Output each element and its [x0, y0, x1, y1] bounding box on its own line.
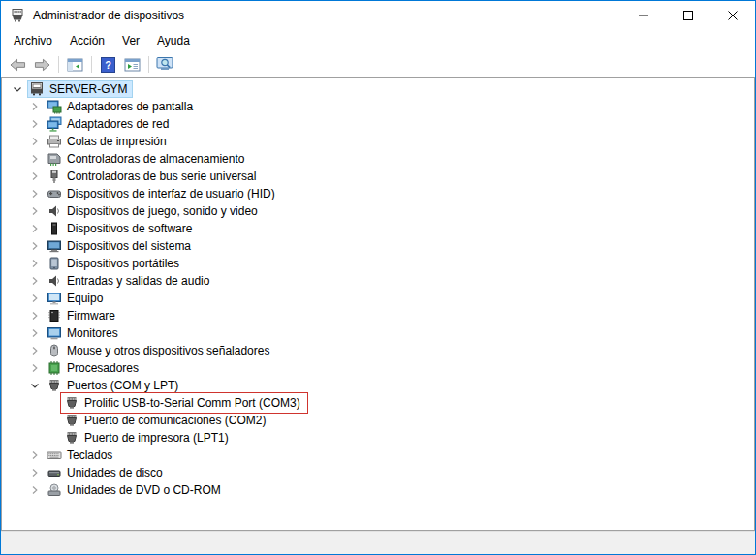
back-button[interactable]	[6, 54, 30, 76]
window-title: Administrador de dispositivos	[33, 9, 184, 22]
system-device-icon	[47, 238, 62, 254]
tree-item[interactable]: Dispositivos de juego, sonido y video	[2, 202, 754, 220]
tree-item-content[interactable]: Adaptadores de pantalla	[45, 98, 199, 115]
menu-item-archivo[interactable]: Archivo	[5, 31, 61, 50]
chevron-collapsed-icon	[27, 134, 43, 149]
tree-item-content[interactable]: Monitores	[45, 324, 124, 342]
minimize-button[interactable]	[621, 1, 666, 30]
tree-item-content[interactable]: Firmware	[45, 307, 121, 324]
show-hide-console-tree-button[interactable]	[63, 54, 87, 76]
chevron-collapsed-icon[interactable]	[27, 186, 43, 201]
chevron-collapsed-icon[interactable]	[27, 343, 43, 358]
tree-item-content[interactable]: Dispositivos de software	[45, 220, 198, 237]
tree-item[interactable]: Adaptadores de red	[2, 115, 754, 133]
tree-item[interactable]: Dispositivos de interfaz de usuario (HID…	[2, 185, 754, 202]
tree-item[interactable]: Puerto de impresora (LPT1)	[2, 429, 754, 447]
help-button[interactable]: ?	[96, 54, 120, 76]
tree-item-content[interactable]: Puerto de impresora (LPT1)	[62, 429, 235, 447]
chevron-collapsed-icon	[27, 186, 43, 201]
annotation-red-box[interactable]: Prolific USB-to-Serial Comm Port (COM3)	[62, 394, 306, 412]
menu-item-ver[interactable]: Ver	[113, 31, 148, 50]
chevron-collapsed-icon[interactable]	[27, 465, 43, 480]
chevron-collapsed-icon[interactable]	[27, 308, 43, 324]
chevron-collapsed-icon[interactable]	[27, 134, 43, 149]
tree-item[interactable]: Dispositivos portátiles	[2, 255, 754, 272]
chevron-collapsed-icon[interactable]	[27, 99, 43, 114]
menu-item-accion[interactable]: Acción	[61, 31, 113, 50]
tree-item[interactable]: Unidades de disco	[2, 464, 754, 481]
chevron-expanded-icon[interactable]	[10, 81, 25, 97]
chevron-collapsed-icon[interactable]	[27, 325, 43, 341]
tree-item-content[interactable]: Dispositivos portátiles	[45, 255, 185, 272]
tree-item[interactable]: Entradas y salidas de audio	[2, 272, 754, 290]
tree-item[interactable]: Equipo	[2, 290, 754, 307]
tree-item-content[interactable]: Puertos (COM y LPT)	[45, 377, 184, 394]
scan-hardware-changes-icon	[156, 56, 175, 73]
chevron-collapsed-icon[interactable]	[27, 151, 43, 167]
tree-item[interactable]: Controladoras de almacenamiento	[2, 150, 754, 168]
title-bar[interactable]: Administrador de dispositivos	[1, 1, 755, 30]
tree-item-label: Dispositivos portátiles	[67, 255, 181, 272]
chevron-collapsed-icon[interactable]	[27, 256, 43, 271]
tree-item-content[interactable]: Dispositivos de juego, sonido y video	[45, 202, 264, 220]
tree-item[interactable]: Puertos (COM y LPT)	[2, 377, 754, 394]
tree-item[interactable]: Puerto de comunicaciones (COM2)	[2, 412, 754, 429]
tree-item-content[interactable]: Unidades de disco	[45, 464, 169, 481]
properties-button[interactable]	[120, 54, 144, 76]
maximize-button[interactable]	[666, 1, 710, 30]
tree-item-content[interactable]: Unidades de DVD o CD-ROM	[45, 481, 227, 499]
tree-item[interactable]: Adaptadores de pantalla	[2, 98, 754, 115]
tree-item[interactable]: SERVER-GYM	[2, 80, 754, 98]
chevron-spacer	[45, 413, 60, 428]
storage-controller-icon	[47, 151, 62, 167]
forward-button[interactable]	[30, 54, 54, 76]
tree-item-content[interactable]: Mouse y otros dispositivos señaladores	[45, 342, 275, 359]
chevron-collapsed-icon[interactable]	[27, 221, 43, 236]
device-manager-icon	[10, 8, 25, 23]
tree-item[interactable]: Prolific USB-to-Serial Comm Port (COM3)	[2, 394, 754, 412]
tree-item-content[interactable]: SERVER-GYM	[27, 80, 133, 98]
tree-item[interactable]: Dispositivos del sistema	[2, 237, 754, 255]
tree-item[interactable]: Mouse y otros dispositivos señaladores	[2, 342, 754, 359]
tree-item-content[interactable]: Adaptadores de red	[45, 115, 174, 133]
tree-item-content[interactable]: Dispositivos del sistema	[45, 237, 197, 255]
close-button[interactable]	[710, 1, 755, 30]
chevron-collapsed-icon[interactable]	[27, 273, 43, 289]
tree-item-content[interactable]: Puerto de comunicaciones (COM2)	[62, 412, 271, 429]
tree-item-label: Firmware	[67, 307, 117, 324]
chevron-collapsed-icon[interactable]	[27, 203, 43, 219]
tree-item-label: Equipo	[67, 290, 105, 307]
chevron-expanded-icon[interactable]	[27, 378, 43, 393]
chevron-collapsed-icon[interactable]	[27, 291, 43, 306]
tree-item-content[interactable]: Controladoras de bus serie universal	[45, 168, 262, 185]
tree-item-content[interactable]: Equipo	[45, 290, 109, 307]
tree-item[interactable]: Dispositivos de software	[2, 220, 754, 237]
tree-item[interactable]: Unidades de DVD o CD-ROM	[2, 481, 754, 499]
chevron-collapsed-icon[interactable]	[27, 238, 43, 254]
forward-icon	[33, 57, 51, 73]
tree-item-content[interactable]: Procesadores	[45, 359, 144, 377]
tree-item-label: Dispositivos de software	[67, 220, 194, 237]
chevron-collapsed-icon[interactable]	[27, 447, 43, 463]
chevron-collapsed-icon[interactable]	[27, 116, 43, 132]
portable-device-icon	[47, 256, 62, 271]
tree-item-content[interactable]: Entradas y salidas de audio	[45, 272, 215, 290]
tree-item[interactable]: Procesadores	[2, 359, 754, 377]
tree-item[interactable]: Controladoras de bus serie universal	[2, 168, 754, 185]
menu-item-ayuda[interactable]: Ayuda	[148, 31, 199, 50]
tree-item-content[interactable]: Teclados	[45, 447, 118, 464]
tree-item-label: Procesadores	[67, 359, 141, 377]
chevron-collapsed-icon[interactable]	[27, 360, 43, 376]
tree-item-content[interactable]: Colas de impresión	[45, 133, 173, 150]
chevron-collapsed-icon[interactable]	[27, 482, 43, 498]
tree-item[interactable]: Teclados	[2, 447, 754, 464]
tree-item-content[interactable]: Dispositivos de interfaz de usuario (HID…	[45, 185, 281, 202]
tree-item[interactable]: Firmware	[2, 307, 754, 324]
tree-item[interactable]: Colas de impresión	[2, 133, 754, 150]
tree-item[interactable]: Monitores	[2, 324, 754, 342]
tree-item-label: Colas de impresión	[67, 133, 169, 150]
tree-item-content[interactable]: Controladoras de almacenamiento	[45, 150, 250, 168]
chevron-collapsed-icon	[27, 273, 43, 289]
scan-hardware-changes-button[interactable]	[153, 54, 177, 76]
chevron-collapsed-icon[interactable]	[27, 169, 43, 184]
